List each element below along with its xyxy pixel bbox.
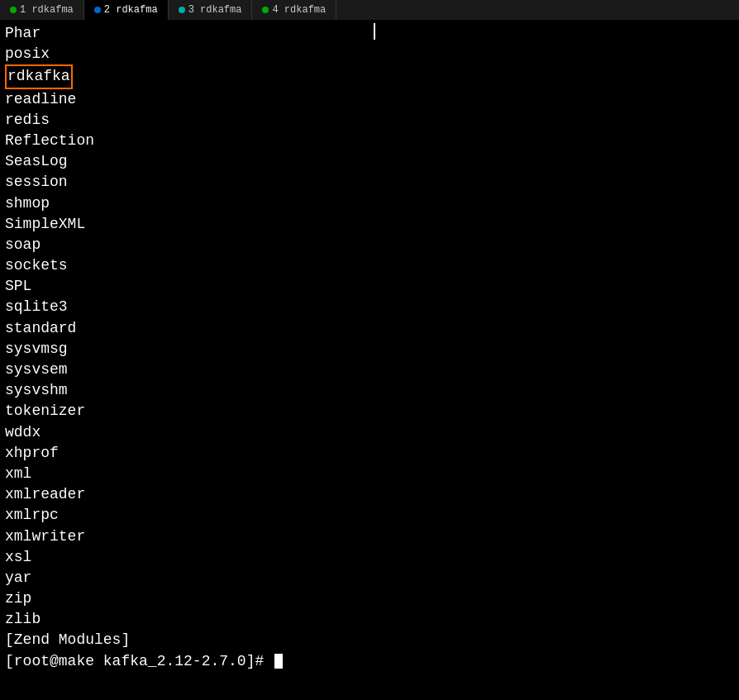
terminal-line: sqlite3 (5, 297, 734, 317)
terminal-line: sysvsem (5, 360, 734, 380)
terminal-line: xml (5, 464, 734, 484)
terminal-line: standard (5, 318, 734, 339)
terminal-line: soap (5, 235, 734, 255)
prompt-text: [root@make kafka_2.12-2.7.0]# (5, 651, 273, 672)
tab-indicator-2 (94, 7, 101, 13)
terminal-line: xmlwriter (5, 526, 734, 547)
terminal-line: zip (5, 588, 734, 609)
terminal-line: sysvmsg (5, 339, 734, 360)
terminal-line: xhprof (5, 443, 734, 464)
terminal-line: readline (5, 89, 734, 110)
terminal-line: rdkafka (5, 64, 734, 88)
tab-label-1: 1 rdkafma (20, 4, 74, 16)
terminal-line: xsl (5, 547, 734, 568)
terminal-line: SPL (5, 276, 734, 297)
tab-label-3: 3 rdkafma (188, 4, 242, 16)
terminal-line: shmop (5, 193, 734, 214)
tab-3[interactable]: 3 rdkafma (169, 0, 253, 20)
terminal-window: 1 rdkafma 2 rdkafma 3 rdkafma 4 rdkafma … (0, 0, 739, 700)
terminal-line: tokenizer (5, 401, 734, 421)
terminal-line: zlib (5, 609, 734, 630)
terminal-line: wddx (5, 422, 734, 443)
terminal-line: yar (5, 568, 734, 588)
terminal-line: sockets (5, 255, 734, 276)
terminal-line: xmlreader (5, 484, 734, 505)
lines-container: PharposixrdkafkareadlineredisReflectionS… (5, 23, 734, 651)
cursor-block (274, 654, 283, 669)
tab-label-2: 2 rdkafma (104, 4, 158, 16)
tab-indicator-1 (10, 7, 17, 13)
terminal-line: posix (5, 44, 734, 64)
terminal-line: SimpleXML (5, 214, 734, 235)
terminal-line: SeasLog (5, 151, 734, 172)
terminal-content[interactable]: PharposixrdkafkareadlineredisReflectionS… (0, 20, 739, 700)
tab-indicator-4 (262, 7, 269, 13)
terminal-line: session (5, 172, 734, 193)
terminal-line: [Zend Modules] (5, 630, 734, 650)
tab-indicator-3 (179, 7, 185, 13)
highlighted-text: rdkafka (5, 64, 73, 88)
tab-2[interactable]: 2 rdkafma (84, 0, 169, 20)
tab-1[interactable]: 1 rdkafma (0, 0, 84, 20)
prompt-line: [root@make kafka_2.12-2.7.0]# (5, 651, 734, 672)
tab-4[interactable]: 4 rdkafma (252, 0, 336, 20)
terminal-line: Phar (5, 23, 734, 44)
top-cursor (374, 23, 375, 40)
terminal-line: sysvshm (5, 380, 734, 401)
tab-label-4: 4 rdkafma (272, 4, 326, 16)
terminal-line: xmlrpc (5, 505, 734, 526)
terminal-line: Reflection (5, 131, 734, 151)
terminal-line: redis (5, 110, 734, 131)
tab-bar: 1 rdkafma 2 rdkafma 3 rdkafma 4 rdkafma (0, 0, 739, 20)
